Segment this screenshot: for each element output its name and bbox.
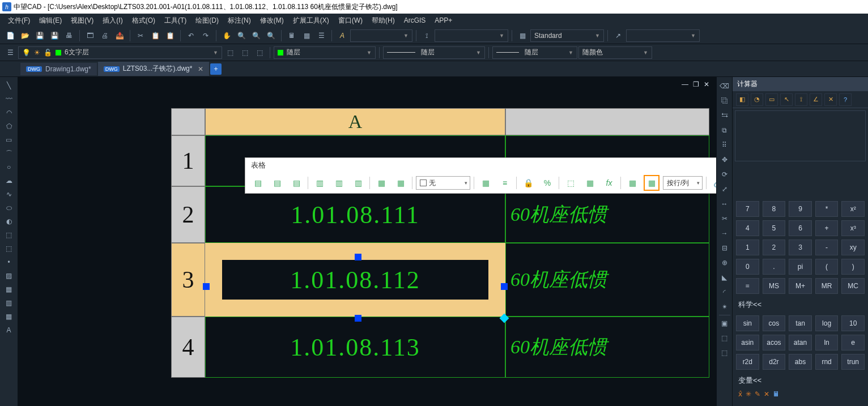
open-icon[interactable]: 📂 [18, 29, 32, 42]
calc-pick-icon[interactable]: ↖ [780, 93, 793, 106]
rect-icon[interactable]: ▭ [3, 134, 15, 146]
menu-view[interactable]: 视图(V) [67, 15, 97, 27]
draworder-icon[interactable]: ▣ [718, 317, 731, 330]
spline-icon[interactable]: ∿ [3, 188, 15, 200]
calc-key-e[interactable]: e [841, 335, 865, 351]
calc-key-10[interactable]: 10 [841, 315, 865, 331]
close-icon[interactable]: ✕ [704, 80, 709, 88]
calc-key-5[interactable]: 5 [763, 220, 786, 236]
table-cell-2b[interactable]: 60机座低惯 [505, 186, 709, 243]
arc2-icon[interactable]: ⌒ [3, 147, 15, 160]
calc-key-[interactable]: * [815, 201, 839, 217]
calc-key-x[interactable]: x³ [841, 220, 865, 236]
paste-icon[interactable]: 📋 [163, 29, 177, 42]
redo-icon[interactable]: ↷ [199, 29, 212, 42]
calc-key-MC[interactable]: MC [841, 278, 865, 294]
calc-key-sin[interactable]: sin [736, 315, 759, 331]
layer-iso-icon[interactable]: ⬚ [238, 46, 252, 59]
plot-icon[interactable]: 🖨 [98, 29, 112, 42]
revcloud-icon[interactable]: ☁ [3, 174, 15, 187]
border-icon[interactable]: ▦ [478, 175, 493, 191]
menu-arcgis[interactable]: ArcGIS [401, 15, 429, 25]
lineweight-combo[interactable]: 随层▼ [492, 46, 577, 59]
calc-key-atan[interactable]: atan [789, 335, 812, 351]
calc-key-abs[interactable]: abs [789, 354, 812, 370]
calc-history-icon[interactable]: ◔ [751, 93, 763, 106]
menu-dim[interactable]: 标注(N) [224, 15, 254, 27]
new-tab-icon[interactable]: ＋ [210, 63, 222, 75]
calc-key-tan[interactable]: tan [789, 315, 812, 331]
preview-icon[interactable]: 🗔 [83, 29, 97, 42]
extend-icon[interactable]: → [718, 226, 731, 240]
menu-insert[interactable]: 插入(I) [99, 15, 126, 27]
menu-window[interactable]: 窗口(W) [335, 15, 366, 27]
zoom-window-icon[interactable]: 🔍 [249, 29, 263, 42]
layer-mgr-icon[interactable]: ☰ [3, 46, 17, 59]
copy2-icon[interactable]: ⿻ [718, 94, 731, 108]
align-icon[interactable]: ≡ [497, 175, 513, 191]
calc-paste-icon[interactable]: ▭ [765, 93, 778, 106]
calc-key-MR[interactable]: MR [815, 278, 839, 294]
grip-top[interactable] [355, 254, 361, 260]
print-icon[interactable]: 🖶 [62, 29, 76, 42]
publish-icon[interactable]: 📤 [113, 29, 126, 42]
merge-icon[interactable]: ▦ [373, 175, 389, 191]
calc-clear-icon[interactable]: ◧ [736, 93, 748, 106]
erase-icon[interactable]: ⌫ [718, 79, 731, 93]
mleader-icon[interactable]: ↗ [611, 29, 625, 42]
dimstyle-combo[interactable]: ▼ [435, 29, 508, 42]
calc-key-x[interactable]: x² [841, 201, 865, 217]
tab-lzts03[interactable]: DWG LZTS03...子铁芯).dwg* ✕ [98, 62, 210, 76]
menu-draw[interactable]: 绘图(D) [192, 15, 222, 27]
table-cell-2a[interactable]: 1.01.08.111 [205, 186, 505, 243]
text2-icon[interactable]: A [3, 324, 15, 336]
textstyle-combo[interactable]: ▼ [350, 29, 412, 42]
menu-tools[interactable]: 工具(T) [161, 15, 190, 27]
hatch-icon[interactable]: ▨ [3, 270, 15, 282]
menu-ext[interactable]: 扩展工具(X) [290, 15, 333, 27]
insert-col-right-icon[interactable]: ▥ [331, 175, 347, 191]
calc-sci-label[interactable]: 科学<< [733, 297, 868, 312]
break-icon[interactable]: ⊟ [718, 241, 731, 255]
calc-key-trun[interactable]: trun [841, 354, 865, 370]
layer-combo[interactable]: 💡 ☀ 🔓 6文字层 ▼ [18, 46, 222, 59]
ungroup-icon[interactable]: ⬚ [718, 346, 731, 360]
calc-key-0[interactable]: 0 [736, 259, 759, 275]
calc-key-6[interactable]: 6 [789, 220, 812, 236]
calc-key-9[interactable]: 9 [789, 201, 812, 217]
ellipse-icon[interactable]: ⬭ [3, 202, 15, 214]
minimize-icon[interactable]: — [682, 80, 688, 88]
polyline-icon[interactable]: 〰 [3, 93, 15, 105]
fill-combo[interactable]: 无 [416, 176, 470, 190]
calc-key-d2r[interactable]: d2r [763, 354, 786, 370]
close-icon[interactable]: ✕ [198, 65, 203, 73]
plotstyle-combo[interactable]: 随颜色▼ [578, 46, 652, 59]
calc-key-[interactable]: ) [841, 259, 865, 275]
calc-display[interactable] [735, 110, 866, 161]
calc-key-log[interactable]: log [815, 315, 839, 331]
calc-help-icon[interactable]: ? [839, 93, 852, 106]
menu-help[interactable]: 帮助(H) [368, 15, 398, 27]
mirror-icon[interactable]: ⮀ [718, 109, 731, 122]
explode-icon[interactable]: ✴ [718, 300, 731, 314]
calc-angle-icon[interactable]: ∠ [810, 93, 822, 106]
polygon-icon[interactable]: ⬠ [3, 120, 15, 133]
calc-key-8[interactable]: 8 [763, 201, 786, 217]
gradient-icon[interactable]: ▦ [3, 283, 15, 296]
calc-key-asin[interactable]: asin [736, 335, 759, 351]
calc-key-xy[interactable]: xy [841, 240, 865, 255]
saveall-icon[interactable]: 💾 [48, 29, 61, 42]
var-new-icon[interactable]: ✳ [746, 390, 751, 398]
menu-edit[interactable]: 编辑(E) [36, 15, 65, 27]
menu-appplus[interactable]: APP+ [431, 15, 456, 25]
point-icon[interactable]: • [3, 256, 15, 268]
table-cell-3b[interactable]: 60机座低惯 [505, 243, 709, 317]
calc-key-r2d[interactable]: r2d [736, 354, 759, 370]
tab-drawing1[interactable]: DWG Drawing1.dwg* [20, 63, 97, 75]
calc-x-icon[interactable]: ✕ [824, 93, 837, 106]
table-cell-4a[interactable]: 1.01.08.113 [205, 317, 505, 378]
field-icon[interactable]: ▦ [582, 175, 598, 191]
insert-icon[interactable]: ⬚ [3, 242, 15, 255]
lock-icon[interactable]: 🔒 [520, 175, 536, 191]
calc-key-[interactable]: - [815, 240, 839, 255]
